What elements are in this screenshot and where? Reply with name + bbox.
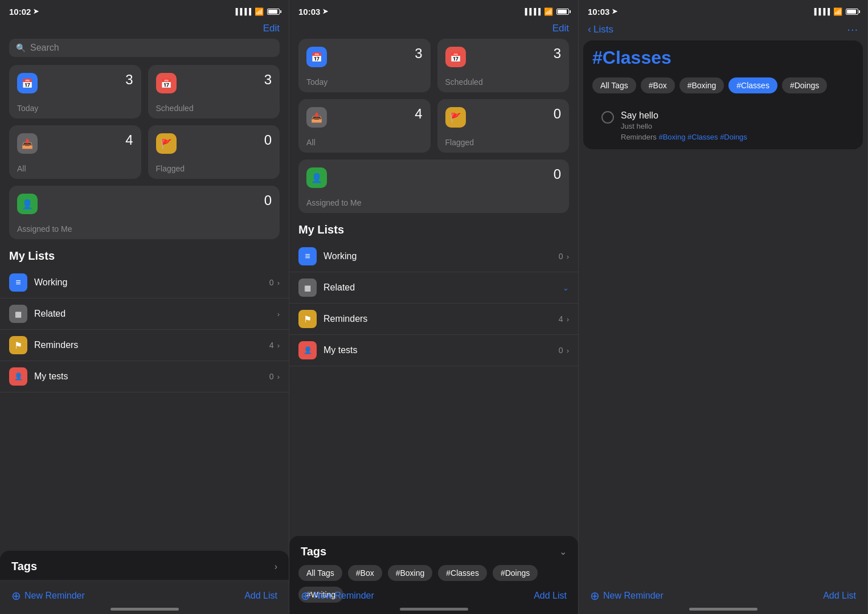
reminder-card[interactable]: Say hello Just hello Reminders #Boxing #…: [592, 103, 854, 149]
more-button[interactable]: ···: [847, 23, 858, 36]
assigned-card[interactable]: 👤 0 Assigned to Me: [9, 186, 280, 239]
assigned-card-2[interactable]: 👤 0 Assigned to Me: [298, 159, 569, 213]
panel-1-header: Edit: [0, 21, 289, 39]
reminders-chevron-2: ›: [567, 315, 569, 324]
working-count: 0: [269, 278, 274, 287]
flagged-icon: 🚩: [156, 133, 177, 154]
new-reminder-btn-3[interactable]: ⊕ New Reminder: [590, 589, 664, 603]
scheduled-label: Scheduled: [156, 104, 272, 113]
list-item-related-2[interactable]: ▦ Related ⌄: [289, 272, 578, 304]
working-name-2: Working: [324, 251, 552, 261]
list-item-reminders[interactable]: ⚑ Reminders 4 ›: [0, 330, 289, 361]
search-bar-1[interactable]: 🔍 Search: [9, 39, 280, 57]
add-list-btn-1[interactable]: Add List: [244, 591, 277, 601]
mytests-chevron: ›: [277, 373, 280, 381]
my-lists-header-1: My Lists: [0, 247, 289, 267]
all-card[interactable]: 📥 4 All: [9, 125, 141, 179]
status-bar-1: 10:02 ➤ ▐▐▐▐ 📶: [0, 0, 289, 21]
related-name-2: Related: [324, 283, 556, 293]
flagged-card-2[interactable]: 🚩 0 Flagged: [437, 99, 570, 153]
tag-box[interactable]: #Box: [348, 565, 382, 581]
all-card-2[interactable]: 📥 4 All: [298, 99, 431, 153]
today-card[interactable]: 📅 3 Today: [9, 65, 141, 118]
status-bar-2: 10:03 ➤ ▐▐▐▐ 📶: [289, 0, 578, 21]
smart-grid-2: 📅 3 Today 📅 3 Scheduled 📥 4 All 🚩 0 Flag…: [289, 39, 578, 213]
add-list-btn-3[interactable]: Add List: [823, 591, 856, 601]
mytests-name: My tests: [34, 371, 263, 382]
working-chevron: ›: [277, 279, 280, 287]
edit-button-1[interactable]: Edit: [263, 23, 280, 34]
assigned-icon: 👤: [17, 194, 38, 214]
related-right: ›: [277, 310, 280, 318]
flagged-count: 0: [264, 132, 272, 148]
reminder-list-label: Reminders: [621, 133, 658, 141]
all-icon-2: 📥: [306, 107, 327, 128]
search-placeholder-1: Search: [30, 43, 59, 53]
new-reminder-btn-2[interactable]: ⊕ New Reminder: [301, 589, 374, 603]
today-icon: 📅: [17, 73, 38, 93]
mytests-count-2: 0: [559, 346, 563, 355]
chip-classes[interactable]: #Classes: [728, 77, 777, 93]
scheduled-icon: 📅: [156, 73, 177, 93]
all-label: All: [17, 164, 133, 173]
reminders-chevron: ›: [277, 341, 280, 350]
reminder-circle[interactable]: [601, 111, 614, 124]
scheduled-card[interactable]: 📅 3 Scheduled: [148, 65, 280, 118]
tag-boxing-ref: #Boxing: [658, 133, 687, 141]
all-count: 4: [125, 132, 133, 148]
related-chevron: ›: [277, 310, 280, 318]
new-reminder-btn-1[interactable]: ⊕ New Reminder: [11, 589, 85, 603]
tag-classes[interactable]: #Classes: [438, 565, 487, 581]
tag-alltags[interactable]: All Tags: [298, 565, 342, 581]
plus-icon-2: ⊕: [301, 589, 310, 603]
back-button[interactable]: ‹ Lists: [588, 23, 613, 35]
tags-section-1[interactable]: Tags ›: [0, 551, 289, 580]
chip-alltags[interactable]: All Tags: [592, 77, 636, 93]
mytests-right-2: 0 ›: [559, 346, 569, 355]
all-count-2: 4: [415, 106, 422, 122]
related-icon-2: ▦: [298, 279, 317, 297]
chip-box[interactable]: #Box: [641, 77, 675, 93]
home-indicator-1: [110, 608, 179, 611]
battery-icon-3: [846, 9, 858, 15]
today-count-2: 3: [415, 46, 422, 62]
panel-2: 10:03 ➤ ▐▐▐▐ 📶 Edit 📅 3 Today 📅 3 Schedu…: [289, 0, 579, 614]
mytests-name-2: My tests: [324, 345, 552, 355]
add-list-btn-2[interactable]: Add List: [534, 591, 567, 601]
today-count: 3: [125, 72, 133, 88]
new-reminder-label-1: New Reminder: [24, 591, 85, 601]
reminder-content: Say hello Just hello Reminders #Boxing #…: [621, 110, 845, 141]
status-icons-3: ▐▐▐▐ 📶: [812, 7, 858, 16]
assigned-label-2: Assigned to Me: [306, 198, 561, 207]
status-icons-1: ▐▐▐▐ 📶: [234, 7, 280, 16]
list-item-mytests-2[interactable]: 👤 My tests 0 ›: [289, 335, 578, 366]
signal-icon-3: ▐▐▐▐: [812, 8, 830, 15]
scheduled-card-2[interactable]: 📅 3 Scheduled: [437, 39, 570, 92]
assigned-icon-2: 👤: [306, 167, 327, 188]
tag-doings[interactable]: #Doings: [493, 565, 538, 581]
assigned-label: Assigned to Me: [17, 224, 272, 234]
today-card-2[interactable]: 📅 3 Today: [298, 39, 431, 92]
location-icon-3: ➤: [612, 7, 617, 15]
wifi-icon-2: 📶: [544, 7, 553, 16]
add-list-label-3: Add List: [823, 591, 856, 601]
list-item-working-2[interactable]: ≡ Working 0 ›: [289, 241, 578, 272]
reminders-right-2: 4 ›: [559, 314, 569, 324]
reminders-icon-2: ⚑: [298, 310, 317, 328]
edit-button-2[interactable]: Edit: [552, 23, 569, 34]
list-item-related[interactable]: ▦ Related ›: [0, 298, 289, 330]
panel-2-header: Edit: [289, 21, 578, 39]
plus-icon-3: ⊕: [590, 589, 600, 603]
reminders-name-2: Reminders: [324, 314, 552, 324]
all-icon: 📥: [17, 133, 38, 154]
list-item-mytests[interactable]: 👤 My tests 0 ›: [0, 361, 289, 392]
list-item-working[interactable]: ≡ Working 0 ›: [0, 267, 289, 298]
tag-boxing[interactable]: #Boxing: [388, 565, 433, 581]
working-count-2: 0: [559, 252, 563, 261]
reminders-icon: ⚑: [9, 336, 27, 354]
flagged-card[interactable]: 🚩 0 Flagged: [148, 125, 280, 179]
chip-boxing[interactable]: #Boxing: [679, 77, 724, 93]
list-item-reminders-2[interactable]: ⚑ Reminders 4 ›: [289, 304, 578, 335]
chip-doings[interactable]: #Doings: [782, 77, 827, 93]
related-name: Related: [34, 309, 271, 319]
